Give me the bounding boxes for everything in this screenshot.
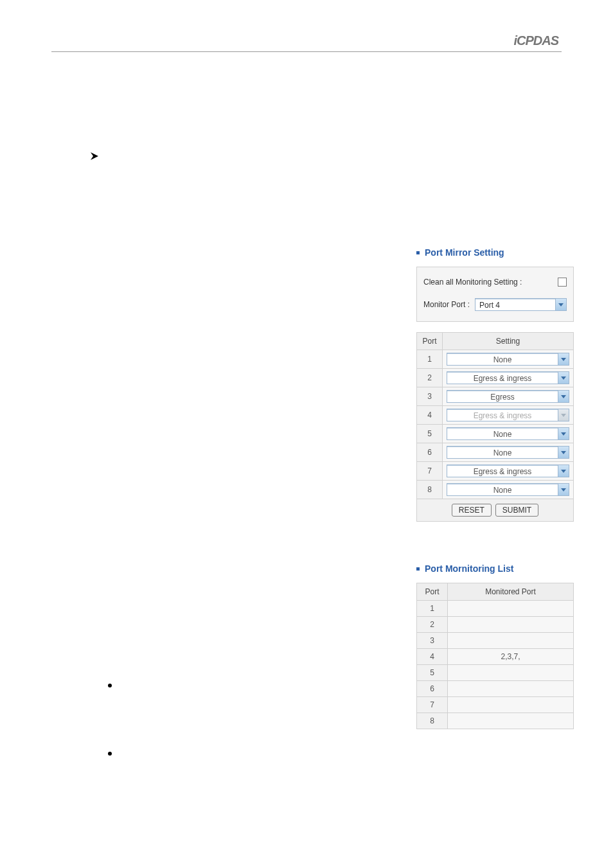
mirror-button-row: RESET SUBMIT (416, 499, 574, 522)
port-number-cell: 8 (417, 481, 443, 499)
monitored-port-cell (448, 633, 574, 649)
monitored-port-cell (448, 681, 574, 697)
monitoring-port-cell: 5 (417, 665, 448, 681)
port-setting-cell: Egress & ingress (443, 406, 574, 425)
table-row: 3Egress (417, 387, 574, 406)
chevron-down-icon (558, 447, 569, 458)
table-row: 42,3,7, (417, 649, 574, 665)
monitoring-port-cell: 3 (417, 633, 448, 649)
chevron-down-icon (558, 372, 569, 384)
port-setting-select[interactable]: Egress & ingress (447, 371, 569, 384)
monitored-port-cell: 2,3,7, (448, 649, 574, 665)
port-setting-value: Egress & ingress (447, 465, 558, 477)
port-setting-value: None (447, 353, 558, 366)
section-title-mirror: Port Mirror Setting (416, 247, 574, 258)
port-number-cell: 3 (417, 387, 443, 406)
port-setting-value: None (447, 428, 558, 440)
table-row: 6 (417, 681, 574, 697)
port-setting-cell: Egress (443, 387, 574, 406)
port-setting-value: Egress & ingress (447, 409, 558, 421)
port-number-cell: 7 (417, 462, 443, 481)
monitoring-port-cell: 1 (417, 601, 448, 617)
table-row: 6None (417, 443, 574, 462)
port-setting-value: None (447, 447, 558, 459)
port-setting-cell: None (443, 425, 574, 443)
monitoring-port-cell: 4 (417, 649, 448, 665)
port-monitoring-list-panel: Port Mornitoring List Port Monitored Por… (416, 563, 574, 729)
port-setting-select: Egress & ingress (447, 409, 569, 421)
mon-monitored-header: Monitored Port (448, 583, 574, 601)
table-row: 4Egress & ingress (417, 406, 574, 425)
square-bullet-icon (416, 567, 420, 571)
port-number-cell: 1 (417, 350, 443, 369)
port-setting-cell: Egress & ingress (443, 462, 574, 481)
setting-header: Setting (443, 333, 574, 350)
chevron-down-icon (558, 353, 569, 365)
submit-button[interactable]: SUBMIT (495, 504, 538, 517)
clean-monitoring-checkbox[interactable] (558, 278, 567, 287)
brand-logo: iCPDAS (513, 33, 558, 48)
monitor-port-value: Port 4 (475, 299, 555, 311)
table-row: 5 (417, 665, 574, 681)
mirror-config-box: Clean all Monitoring Setting : Monitor P… (416, 267, 574, 322)
chevron-down-icon (558, 409, 569, 421)
reset-button[interactable]: RESET (452, 504, 492, 517)
monitoring-table: Port Monitored Port 12342,3,7,5678 (416, 583, 574, 729)
mon-port-header: Port (417, 583, 448, 601)
table-row: 1None (417, 350, 574, 369)
monitor-port-select[interactable]: Port 4 (475, 298, 567, 311)
monitoring-port-cell: 8 (417, 713, 448, 729)
monitored-port-cell (448, 617, 574, 633)
clean-monitoring-row: Clean all Monitoring Setting : (423, 278, 567, 287)
port-mirror-setting-panel: Port Mirror Setting Clean all Monitoring… (416, 247, 574, 522)
clean-monitoring-label: Clean all Monitoring Setting : (423, 278, 558, 287)
port-setting-select[interactable]: None (447, 483, 569, 496)
port-settings-table: Port Setting 1None2Egress & ingress3Egre… (416, 332, 574, 499)
port-setting-select[interactable]: None (447, 446, 569, 459)
monitored-port-cell (448, 713, 574, 729)
port-number-cell: 4 (417, 406, 443, 425)
port-setting-value: Egress & ingress (447, 372, 558, 384)
port-number-cell: 5 (417, 425, 443, 443)
port-setting-select[interactable]: None (447, 353, 569, 366)
list-bullet-icon (108, 684, 112, 687)
port-setting-value: Egress (447, 391, 558, 403)
monitored-port-cell (448, 697, 574, 713)
chevron-down-icon (558, 428, 569, 439)
monitored-port-cell (448, 601, 574, 617)
section-title-text: Port Mirror Setting (425, 247, 504, 258)
table-row: 7 (417, 697, 574, 713)
table-row: 2Egress & ingress (417, 369, 574, 387)
table-row: 3 (417, 633, 574, 649)
table-row: 7Egress & ingress (417, 462, 574, 481)
port-header: Port (417, 333, 443, 350)
port-setting-select[interactable]: None (447, 427, 569, 440)
monitoring-port-cell: 6 (417, 681, 448, 697)
chevron-down-icon (558, 465, 569, 477)
monitor-port-row: Monitor Port : Port 4 (423, 298, 567, 311)
table-row: 8None (417, 481, 574, 499)
arrow-bullet-icon (90, 152, 99, 163)
section-title-monitoring: Port Mornitoring List (416, 563, 574, 574)
list-bullet-icon (108, 752, 112, 756)
port-setting-select[interactable]: Egress & ingress (447, 465, 569, 477)
port-setting-select[interactable]: Egress (447, 390, 569, 403)
monitoring-port-cell: 7 (417, 697, 448, 713)
table-row: 2 (417, 617, 574, 633)
port-setting-cell: None (443, 481, 574, 499)
port-setting-value: None (447, 484, 558, 496)
square-bullet-icon (416, 251, 420, 254)
port-number-cell: 6 (417, 443, 443, 462)
monitoring-port-cell: 2 (417, 617, 448, 633)
table-row: 1 (417, 601, 574, 617)
chevron-down-icon (555, 299, 566, 310)
monitor-port-label: Monitor Port : (423, 300, 470, 309)
chevron-down-icon (558, 484, 569, 495)
chevron-down-icon (558, 391, 569, 402)
port-number-cell: 2 (417, 369, 443, 387)
section-title-text: Port Mornitoring List (425, 563, 513, 574)
port-setting-cell: None (443, 350, 574, 369)
port-setting-cell: None (443, 443, 574, 462)
port-setting-cell: Egress & ingress (443, 369, 574, 387)
table-row: 8 (417, 713, 574, 729)
